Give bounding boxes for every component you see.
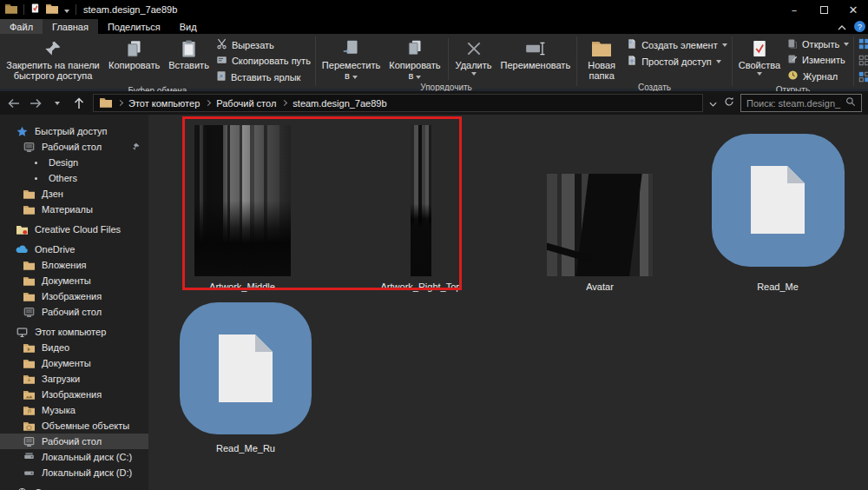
title-bar: steam.design_7ae89b – ✕ xyxy=(0,0,868,19)
sidebar-item-disk-d[interactable]: Локальный диск (D:) xyxy=(0,465,148,480)
forward-button[interactable] xyxy=(28,95,43,112)
sidebar-item-disk-c[interactable]: Локальный диск (C:) xyxy=(0,449,148,465)
tab-share[interactable]: Поделиться xyxy=(98,19,170,34)
file-label[interactable]: Read_Me xyxy=(757,281,799,292)
folder-icon xyxy=(23,374,36,384)
properties-icon xyxy=(752,37,767,59)
history-button[interactable]: Журнал xyxy=(787,70,849,83)
qat-new-folder-icon[interactable] xyxy=(46,3,58,17)
copy-to-icon xyxy=(405,37,424,59)
file-label[interactable]: Avatar xyxy=(586,281,614,292)
move-to-button[interactable]: Переместить в xyxy=(318,36,385,82)
sidebar-item-creative-cloud[interactable]: Creative Cloud Files xyxy=(0,222,148,237)
document-icon xyxy=(219,334,273,402)
read-me-ru-file-icon[interactable] xyxy=(180,302,312,434)
open-icon xyxy=(787,38,798,50)
sidebar-item-documents-onedrive[interactable]: Документы xyxy=(0,273,148,288)
properties-button[interactable]: Свойства xyxy=(734,36,785,84)
ribbon-inner-separator xyxy=(448,38,449,80)
open-button[interactable]: Открыть xyxy=(787,38,849,50)
breadcrumb-folder-icon xyxy=(100,97,112,109)
sidebar-item-downloads[interactable]: Загрузки xyxy=(0,371,148,387)
sidebar-item-this-pc[interactable]: Этот компьютер xyxy=(0,324,148,340)
search-input[interactable] xyxy=(746,98,841,109)
tab-view[interactable]: Вид xyxy=(170,19,207,34)
breadcrumb[interactable]: Этот компьютер Рабочий стол steam.design… xyxy=(93,94,703,112)
sidebar-item-attachments[interactable]: Вложения xyxy=(0,257,148,273)
sidebar-item-music[interactable]: Музыка xyxy=(0,402,148,418)
sidebar-item-materials[interactable]: Материалы xyxy=(0,202,148,217)
sidebar-item-pictures-onedrive[interactable]: Изображения xyxy=(0,288,148,304)
drive-icon xyxy=(23,467,36,478)
tab-home[interactable]: Главная xyxy=(43,19,98,34)
qat-properties-icon[interactable] xyxy=(30,3,40,17)
copy-button[interactable]: Копировать xyxy=(104,36,164,85)
read-me-file-icon[interactable] xyxy=(712,134,845,267)
breadcrumb-item[interactable]: Этот компьютер xyxy=(128,98,200,109)
paste-shortcut-button[interactable]: Вставить ярлык xyxy=(216,70,311,83)
invert-selection-button[interactable]: Обратить выделение xyxy=(858,71,868,84)
select-none-button[interactable]: Снять выделение xyxy=(858,55,868,68)
breadcrumb-item[interactable]: Рабочий стол xyxy=(216,98,276,109)
folder-icon xyxy=(23,276,36,286)
desktop-icon xyxy=(23,436,36,447)
up-button[interactable] xyxy=(71,95,87,112)
close-button[interactable]: ✕ xyxy=(838,0,868,19)
paste-button[interactable]: Вставить xyxy=(164,36,214,85)
maximize-icon xyxy=(820,6,828,14)
file-item-avatar[interactable]: Avatar xyxy=(522,123,678,292)
select-all-button[interactable]: Выделить все xyxy=(858,38,868,51)
collapse-ribbon-icon[interactable] xyxy=(838,21,846,33)
sidebar-item-3d-objects[interactable]: Объемные объекты xyxy=(0,418,148,434)
explorer-folder-icon xyxy=(5,3,17,17)
search-icon[interactable] xyxy=(845,96,856,109)
pin-to-quick-access-button[interactable]: Закрепить на панели быстрого доступа xyxy=(2,36,104,85)
rename-button[interactable]: Переименовать xyxy=(496,36,575,82)
maximize-button[interactable] xyxy=(809,0,838,19)
sidebar-item-quick-access[interactable]: Быстрый доступ xyxy=(0,123,148,139)
edit-button[interactable]: Изменить xyxy=(787,54,849,66)
sidebar-item-onedrive[interactable]: OneDrive xyxy=(0,242,148,257)
breadcrumb-item[interactable]: steam.design_7ae89b xyxy=(293,98,386,109)
sidebar-item-desktop-onedrive[interactable]: Рабочий стол xyxy=(0,304,148,320)
breadcrumb-chevron-icon xyxy=(205,100,211,106)
new-item-button[interactable]: Создать элемент xyxy=(627,38,727,51)
minimize-button[interactable]: – xyxy=(779,0,809,19)
refresh-icon[interactable] xyxy=(724,96,734,109)
delete-button[interactable]: Удалить xyxy=(451,36,496,82)
file-item-read-me-ru[interactable]: Read_Me_Ru xyxy=(168,299,324,454)
qat-customize-chevron-icon[interactable] xyxy=(64,3,69,16)
address-dropdown-chevron-icon[interactable] xyxy=(709,97,717,109)
tab-file[interactable]: Файл xyxy=(0,19,43,34)
help-icon[interactable]: ? xyxy=(854,21,865,32)
bullet-icon xyxy=(35,162,37,164)
folder-icon xyxy=(23,292,36,301)
sidebar-item-pictures[interactable]: Изображения xyxy=(0,387,148,402)
sidebar-item-documents[interactable]: Документы xyxy=(0,355,148,371)
easy-access-button[interactable]: Простой доступ xyxy=(627,55,727,68)
easy-access-icon xyxy=(627,55,637,68)
recent-locations-chevron-icon[interactable] xyxy=(49,95,65,112)
sidebar-item-desktop-thispc[interactable]: Рабочий стол xyxy=(0,434,148,449)
new-folder-button[interactable]: Новая папка xyxy=(579,36,624,82)
sidebar-item-design[interactable]: Design xyxy=(0,155,148,170)
sidebar-item-network[interactable]: Сеть xyxy=(0,485,148,490)
sidebar-item-desktop[interactable]: Рабочий стол xyxy=(0,139,148,155)
avatar-thumbnail[interactable] xyxy=(547,174,653,276)
ribbon-group-clipboard: Закрепить на панели быстрого доступа Коп… xyxy=(0,34,315,89)
sidebar-item-others[interactable]: Others xyxy=(0,170,148,186)
sidebar-item-videos[interactable]: Видео xyxy=(0,340,148,355)
explorer-window: steam.design_7ae89b – ✕ Файл Главная Под… xyxy=(0,0,868,490)
back-button[interactable] xyxy=(6,95,22,112)
select-all-icon xyxy=(858,38,868,51)
file-item-read-me[interactable]: Read_Me xyxy=(700,123,856,292)
new-item-icon xyxy=(627,38,637,51)
cut-button[interactable]: Вырезать xyxy=(216,38,311,51)
folder-icon xyxy=(23,189,36,199)
copy-path-button[interactable]: Скопировать путь xyxy=(216,55,311,67)
file-list-area[interactable]: Artwork_Middle Artwork_Right_Top Avatar xyxy=(148,115,868,490)
file-label[interactable]: Read_Me_Ru xyxy=(216,443,275,454)
sidebar-item-dzen[interactable]: Дзен xyxy=(0,186,148,202)
creative-cloud-icon xyxy=(16,225,29,235)
copy-to-button[interactable]: Копировать в xyxy=(385,36,444,82)
